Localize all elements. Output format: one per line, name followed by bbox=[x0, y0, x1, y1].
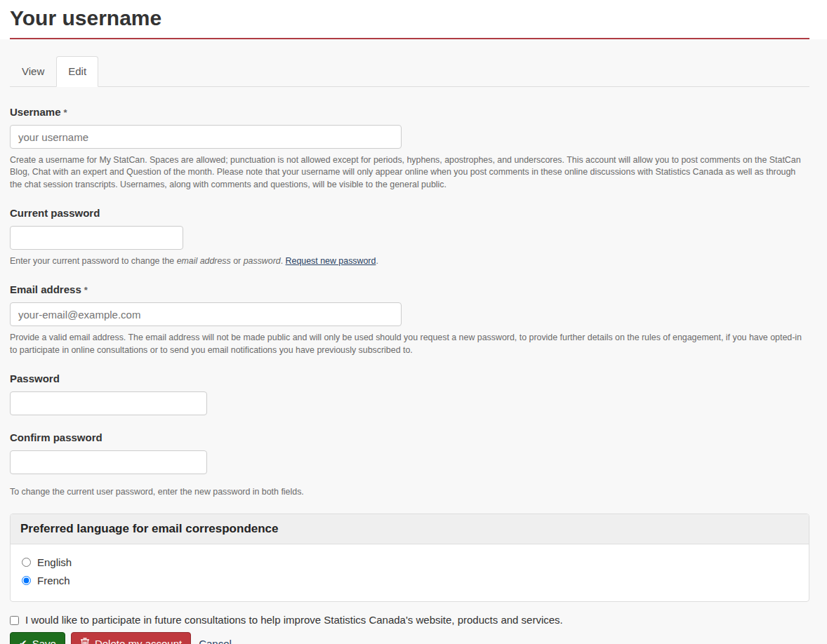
required-marker: * bbox=[64, 107, 67, 118]
email-input[interactable] bbox=[10, 302, 402, 326]
language-fieldset: Preferred language for email corresponde… bbox=[10, 514, 809, 602]
password-input[interactable] bbox=[10, 391, 207, 415]
email-field-group: Email address* Provide a valid email add… bbox=[10, 283, 809, 356]
language-option-english[interactable]: English bbox=[20, 556, 799, 568]
tab-bar: View Edit bbox=[10, 56, 809, 87]
account-edit-form: Username* Create a username for My StatC… bbox=[10, 106, 809, 644]
username-field-group: Username* Create a username for My StatC… bbox=[10, 106, 809, 191]
confirm-password-field-group: Confirm password To change the current u… bbox=[10, 431, 809, 498]
radio-english[interactable] bbox=[22, 558, 31, 567]
save-button[interactable]: ✔ Save bbox=[10, 632, 65, 644]
trash-icon bbox=[80, 638, 90, 644]
required-marker: * bbox=[84, 285, 88, 295]
radio-french-label: French bbox=[37, 575, 70, 586]
page-title: Your username bbox=[10, 6, 809, 39]
tab-view[interactable]: View bbox=[10, 56, 56, 87]
current-password-label: Current password bbox=[10, 207, 809, 219]
current-password-help: Enter your current password to change th… bbox=[10, 255, 809, 267]
confirm-password-label: Confirm password bbox=[10, 431, 809, 443]
cancel-link[interactable]: Cancel bbox=[199, 638, 232, 644]
consultation-label: I would like to participate in future co… bbox=[25, 614, 563, 626]
check-icon: ✔ bbox=[19, 638, 27, 644]
email-label: Email address* bbox=[10, 283, 809, 295]
consultation-opt-in[interactable]: I would like to participate in future co… bbox=[10, 614, 809, 626]
email-help: Provide a valid email address. The email… bbox=[10, 332, 809, 356]
password-label: Password bbox=[10, 373, 809, 384]
username-label: Username* bbox=[10, 106, 809, 118]
username-input[interactable] bbox=[10, 125, 402, 149]
radio-french[interactable] bbox=[22, 576, 31, 585]
radio-english-label: English bbox=[37, 556, 72, 568]
tab-edit[interactable]: Edit bbox=[56, 56, 98, 87]
username-help: Create a username for My StatCan. Spaces… bbox=[10, 154, 809, 191]
request-new-password-link[interactable]: Request new password bbox=[286, 256, 376, 266]
language-option-french[interactable]: French bbox=[20, 575, 799, 586]
save-button-label: Save bbox=[32, 638, 56, 644]
main-content: View Edit Username* Create a username fo… bbox=[0, 39, 827, 644]
password-field-group: Password bbox=[10, 373, 809, 415]
consultation-checkbox[interactable] bbox=[10, 616, 19, 625]
current-password-input[interactable] bbox=[10, 226, 183, 250]
delete-account-button[interactable]: Delete my account bbox=[71, 632, 191, 644]
page-header: Your username bbox=[0, 0, 827, 39]
confirm-password-input[interactable] bbox=[10, 450, 207, 474]
language-fieldset-legend: Preferred language for email corresponde… bbox=[11, 514, 809, 544]
delete-account-button-label: Delete my account bbox=[95, 638, 182, 644]
page: Your username View Edit Username* Create… bbox=[0, 0, 827, 644]
current-password-field-group: Current password Enter your current pass… bbox=[10, 207, 809, 267]
passwords-help: To change the current user password, ent… bbox=[10, 486, 809, 498]
language-fieldset-body: English French bbox=[11, 544, 809, 601]
form-actions: ✔ Save Delete my account Cancel bbox=[10, 632, 809, 644]
